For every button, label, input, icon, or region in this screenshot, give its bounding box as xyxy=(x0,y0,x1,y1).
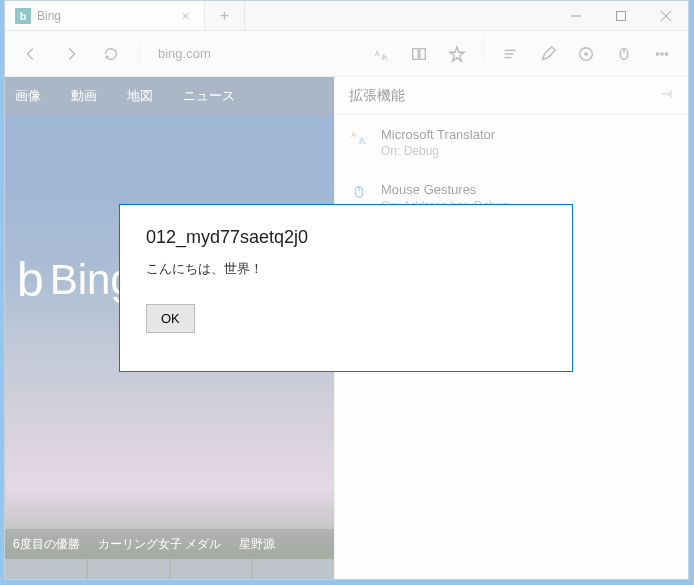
dialog-title: 012_myd77saetq2j0 xyxy=(146,227,546,248)
alert-dialog: 012_myd77saetq2j0 こんにちは、世界！ OK xyxy=(119,204,573,372)
dialog-message: こんにちは、世界！ xyxy=(146,260,546,278)
ok-button[interactable]: OK xyxy=(146,304,195,333)
